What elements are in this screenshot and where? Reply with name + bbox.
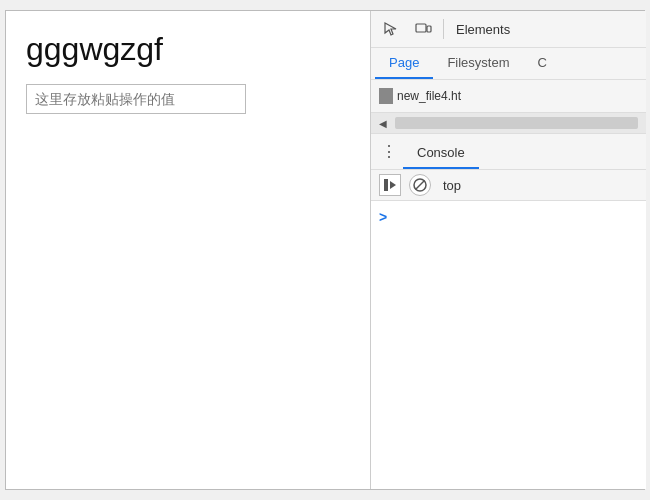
svg-rect-0 bbox=[416, 24, 426, 32]
console-body[interactable]: > bbox=[371, 201, 646, 489]
main-container: gggwgzgf Elements bbox=[5, 10, 645, 490]
file-tree: new_file4.ht bbox=[371, 80, 646, 113]
top-label: top bbox=[443, 178, 461, 193]
svg-line-5 bbox=[416, 181, 425, 190]
devtools-toolbar: Elements bbox=[371, 11, 646, 48]
file-row[interactable]: new_file4.ht bbox=[371, 84, 646, 108]
device-icon[interactable] bbox=[411, 17, 435, 41]
clear-console-button[interactable] bbox=[379, 174, 401, 196]
tab-c[interactable]: C bbox=[524, 48, 561, 79]
tab-console[interactable]: Console bbox=[403, 138, 479, 169]
tab-filesystem[interactable]: Filesystem bbox=[433, 48, 523, 79]
elements-label: Elements bbox=[456, 22, 510, 37]
devtools-tabs: Page Filesystem C bbox=[371, 48, 646, 80]
console-tab-row: ⋮ Console bbox=[371, 134, 646, 170]
file-icon bbox=[379, 88, 393, 104]
left-panel: gggwgzgf bbox=[6, 11, 371, 489]
scrollbar-row: ◀ bbox=[371, 113, 646, 134]
file-name: new_file4.ht bbox=[397, 89, 461, 103]
console-toolbar: top bbox=[371, 170, 646, 201]
svg-rect-1 bbox=[427, 26, 431, 32]
tab-page[interactable]: Page bbox=[375, 48, 433, 79]
console-menu-icon[interactable]: ⋮ bbox=[375, 134, 403, 169]
block-icon[interactable] bbox=[409, 174, 431, 196]
toolbar-separator bbox=[443, 19, 444, 39]
scrollbar-track[interactable] bbox=[395, 117, 638, 129]
inspect-icon[interactable] bbox=[379, 17, 403, 41]
prompt-arrow: > bbox=[379, 209, 387, 225]
page-title: gggwgzgf bbox=[26, 31, 350, 68]
svg-rect-2 bbox=[384, 179, 388, 191]
console-prompt: > bbox=[379, 209, 638, 225]
svg-marker-3 bbox=[390, 181, 396, 189]
scroll-left-button[interactable]: ◀ bbox=[375, 115, 391, 131]
devtools-panel: Elements Page Filesystem C new_file4.ht … bbox=[371, 11, 646, 489]
paste-input[interactable] bbox=[26, 84, 246, 114]
